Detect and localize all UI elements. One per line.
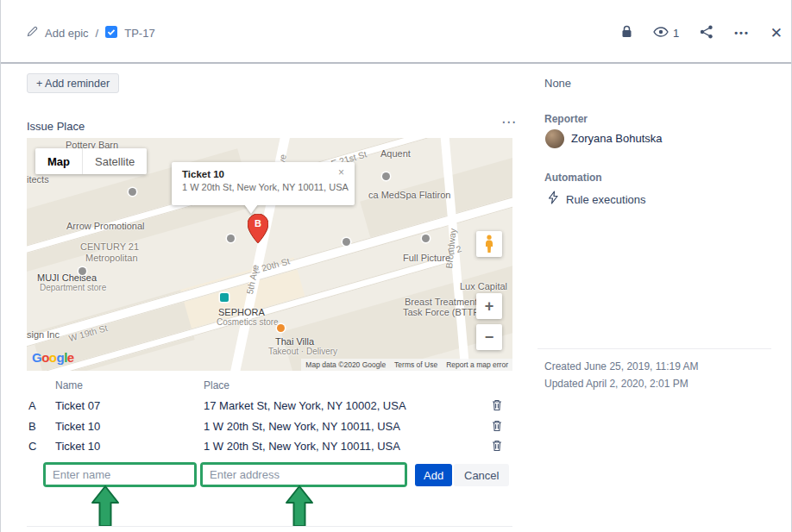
- poi-label: Cosmetics store: [217, 317, 279, 327]
- row-place: 17 Market St, New York, NY 10002, USA: [204, 399, 406, 412]
- add-reminder-button[interactable]: + Add reminder: [27, 73, 119, 93]
- terms-of-use-link[interactable]: Terms of Use: [394, 360, 437, 369]
- table-row: A Ticket 07 17 Market St, New York, NY 1…: [27, 397, 512, 416]
- sephora-pin[interactable]: [220, 293, 229, 302]
- info-window-address: 1 W 20th St, New York, NY 10011, USA: [182, 182, 336, 192]
- poi-label: SEPHORA: [218, 307, 265, 317]
- restaurant-pin[interactable]: [277, 324, 285, 332]
- row-name: Ticket 07: [55, 399, 100, 412]
- poi-label: Arrow Promotional: [66, 221, 144, 231]
- automation-label: Automation: [544, 172, 602, 184]
- breadcrumb-issue-key[interactable]: TP-17: [124, 27, 154, 40]
- watch-button[interactable]: 1: [653, 27, 679, 40]
- map-marker-b[interactable]: B: [248, 214, 268, 243]
- field-value-none: None: [544, 77, 571, 90]
- map-type-control: Map Satellite: [35, 148, 147, 174]
- poi-pin[interactable]: [343, 238, 350, 246]
- google-logo[interactable]: G o o g l e: [32, 350, 74, 365]
- close-button[interactable]: ✕: [770, 24, 783, 42]
- modal-header: Add epic / TP-17 1: [1, 0, 791, 64]
- poi-pin[interactable]: [79, 267, 86, 275]
- table-row: B Ticket 10 1 W 20th St, New York, NY 10…: [27, 417, 512, 436]
- name-input[interactable]: [46, 465, 194, 485]
- row-letter: B: [28, 420, 36, 433]
- map-type-satellite-button[interactable]: Satellite: [82, 148, 147, 174]
- poi-label: Takeout · Delivery: [268, 347, 337, 356]
- section-divider: [27, 526, 512, 527]
- delete-row-button[interactable]: [487, 439, 507, 455]
- poi-label: Lux Capital: [460, 281, 507, 291]
- ellipsis-icon: •••: [734, 28, 750, 38]
- zoom-in-button[interactable]: +: [476, 293, 502, 319]
- breadcrumb-separator: /: [96, 27, 99, 40]
- info-window-close-icon[interactable]: ×: [333, 166, 349, 179]
- poi-label: Aquent: [380, 148, 411, 159]
- poi-label: MUJI Chelsea: [37, 272, 97, 283]
- poi-label: Breast Treatment: [405, 297, 477, 307]
- row-place: 1 W 20th St, New York, NY 10011, USA: [204, 420, 400, 433]
- poi-pin[interactable]: [227, 235, 235, 242]
- poi-label: Metropolitan: [85, 253, 138, 263]
- annotation-highlight-address: [200, 462, 407, 487]
- right-panel-divider: [537, 348, 771, 349]
- poi-pin[interactable]: [129, 188, 136, 196]
- map-type-map-button[interactable]: Map: [35, 148, 82, 174]
- google-map[interactable]: E 21st St 5th Ave E 20th St 5th Ave Broa…: [27, 138, 512, 371]
- reporter-label: Reporter: [544, 113, 588, 125]
- add-button[interactable]: Add: [415, 464, 452, 486]
- reporter-avatar[interactable]: [545, 129, 564, 148]
- poi-pin[interactable]: [382, 172, 390, 180]
- delete-row-button[interactable]: [487, 398, 507, 415]
- reporter-name[interactable]: Zoryana Bohutska: [571, 132, 663, 145]
- created-timestamp: Created June 25, 2019, 11:19 AM: [544, 360, 699, 372]
- address-input[interactable]: [203, 465, 405, 485]
- column-header-place: Place: [204, 379, 229, 391]
- table-header-row: Name Place: [27, 377, 512, 396]
- map-attribution: Map data ©2020 Google Terms of Use Repor…: [301, 359, 512, 371]
- share-button[interactable]: [700, 25, 713, 41]
- issue-place-title: Issue Place: [27, 120, 85, 133]
- pegman-button[interactable]: [476, 231, 502, 257]
- report-map-error-link[interactable]: Report a map error: [446, 360, 508, 369]
- breadcrumb-add-epic[interactable]: Add epic: [45, 27, 89, 40]
- poi-label: Thai Villa: [275, 336, 314, 347]
- updated-timestamp: Updated April 2, 2020, 2:01 PM: [544, 378, 688, 390]
- rule-executions-link[interactable]: Rule executions: [566, 193, 646, 206]
- poi-label: CENTURY 21: [80, 241, 139, 252]
- close-icon: ✕: [770, 24, 783, 42]
- map-data-copyright: Map data ©2020 Google: [305, 360, 386, 369]
- row-letter: A: [28, 399, 36, 412]
- eye-icon: [653, 27, 669, 40]
- annotation-arrow-up: [90, 485, 121, 528]
- cancel-button[interactable]: Cancel: [454, 464, 509, 486]
- annotation-arrow-up: [284, 485, 315, 528]
- column-header-name: Name: [55, 379, 83, 391]
- task-type-icon: [105, 26, 117, 41]
- issue-detail-modal: Add epic / TP-17 1: [0, 0, 792, 532]
- delete-row-button[interactable]: [487, 419, 507, 435]
- trash-icon: [492, 440, 502, 452]
- annotation-highlight-name: [43, 462, 197, 487]
- poi-label: Department store: [40, 283, 106, 292]
- issue-place-menu-button[interactable]: ⋯: [496, 112, 521, 132]
- info-window-title: Ticket 10: [182, 169, 336, 179]
- marker-label: B: [248, 218, 268, 228]
- header-actions: 1 ••• ✕: [621, 24, 783, 42]
- poi-label: Task Force (BTTF): [403, 307, 482, 317]
- trash-icon: [492, 399, 502, 411]
- map-info-window: Ticket 10 1 W 20th St, New York, NY 1001…: [172, 162, 355, 205]
- lock-button[interactable]: [621, 25, 632, 41]
- poi-label: ca MedSpa Flatiron: [368, 190, 450, 200]
- table-row: C Ticket 10 1 W 20th St, New York, NY 10…: [27, 437, 512, 456]
- poi-label: itects: [27, 174, 49, 185]
- row-name: Ticket 10: [55, 420, 100, 433]
- lightning-bolt-icon: [548, 191, 559, 208]
- more-actions-button[interactable]: •••: [734, 28, 750, 38]
- pegman-icon: [483, 235, 495, 253]
- trash-icon: [492, 420, 502, 432]
- info-window-pointer: [244, 204, 258, 214]
- zoom-out-button[interactable]: −: [476, 324, 502, 350]
- row-name: Ticket 10: [55, 440, 100, 453]
- poi-label: sign Inc: [27, 329, 60, 340]
- poi-pin[interactable]: [422, 235, 430, 242]
